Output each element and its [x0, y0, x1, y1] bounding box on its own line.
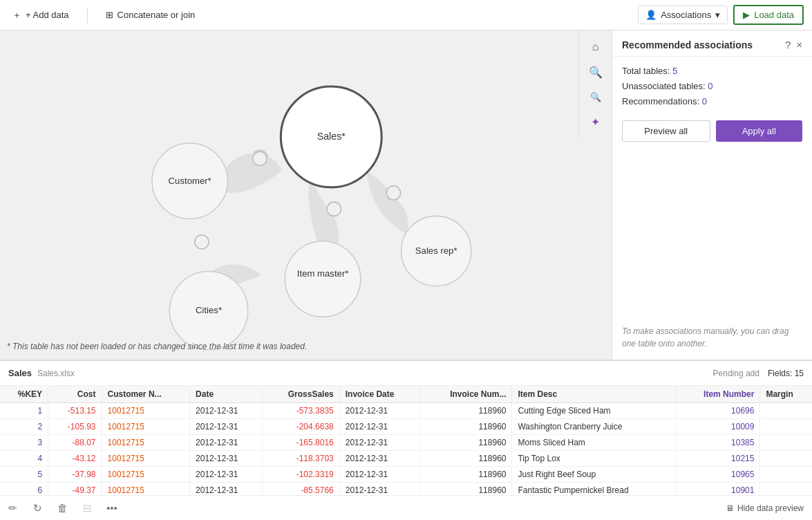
panel-header-icons: ? × [785, 39, 802, 50]
svg-text:Sales*: Sales* [317, 131, 346, 142]
table-cell: -573.3835 [263, 403, 339, 419]
table-cell: 6 [0, 483, 48, 496]
table-cell: 10012715 [102, 419, 190, 435]
panel-close-button[interactable]: × [796, 39, 802, 50]
col-date: Date [190, 386, 263, 403]
add-icon: ＋ [12, 9, 21, 21]
table-cell: 5 [0, 467, 48, 483]
col-key: %KEY [0, 386, 48, 403]
concatenate-label: Concatenate or join [117, 10, 196, 20]
svg-text:Item master*: Item master* [297, 268, 349, 279]
table-cell: 2012-12-31 [339, 451, 421, 467]
recommendations-value: 0 [702, 96, 707, 106]
preview-all-button[interactable]: Preview all [622, 120, 710, 142]
table-cell: -165.8016 [263, 435, 339, 451]
zoom-in-button[interactable]: 🔍 [585, 61, 607, 83]
table-cell [760, 451, 812, 467]
table-row: 5-37.98100127152012-12-31-102.33192012-1… [0, 467, 812, 483]
table-cell: -105.93 [48, 419, 102, 435]
panel-manual-message: To make associations manually, you can d… [612, 149, 812, 360]
table-cell: 2012-12-31 [190, 419, 263, 435]
toolbar-separator [87, 7, 88, 24]
home-button[interactable]: ⌂ [585, 36, 607, 58]
load-data-label: Load data [754, 10, 794, 20]
preview-all-label: Preview all [644, 126, 688, 136]
add-data-button[interactable]: ＋ + Add data [8, 6, 73, 24]
concatenate-button[interactable]: ⊞ Concatenate or join [102, 7, 200, 23]
svg-text:Sales rep*: Sales rep* [415, 245, 457, 256]
table-row: 4-43.12100127152012-12-31-118.37032012-1… [0, 451, 812, 467]
fields-badge: Fields: 15 [768, 369, 804, 378]
table-cell: 10012715 [102, 467, 190, 483]
table-cell: 2012-12-31 [190, 435, 263, 451]
delete-button[interactable]: 🗑 [53, 499, 72, 518]
table-cell [760, 483, 812, 496]
table-cell: 10385 [677, 435, 760, 451]
concatenate-icon: ⊞ [106, 10, 113, 20]
table-cell: 2 [0, 419, 48, 435]
unassociated-row: Unassociated tables: 0 [622, 79, 802, 94]
edit-button[interactable]: ✏ [3, 499, 22, 518]
footnote: * This table has not been loaded or has … [7, 342, 307, 351]
zoom-out-button[interactable]: 🔍 [585, 86, 607, 108]
main-toolbar: ＋ + Add data ⊞ Concatenate or join 👤 Ass… [0, 0, 812, 30]
apply-all-button[interactable]: Apply all [716, 120, 803, 142]
panel-help-button[interactable]: ? [785, 39, 791, 50]
table-cell: 2012-12-31 [339, 467, 421, 483]
svg-point-9 [285, 241, 360, 317]
panel-stats: Total tables: 5 Unassociated tables: 0 R… [612, 57, 812, 116]
table-cell: 3 [0, 435, 48, 451]
col-item-desc: Item Desc [512, 386, 677, 403]
data-preview-header: Sales Sales.xlsx Pending add Fields: 15 [0, 361, 812, 386]
table-cell: 2012-12-31 [339, 403, 421, 419]
table-row: 3-88.07100127152012-12-31-165.80162012-1… [0, 435, 812, 451]
table-cell [760, 403, 812, 419]
total-tables-value: 5 [672, 66, 677, 76]
table-cell: 10696 [677, 403, 760, 419]
table-cell: 118960 [421, 419, 512, 435]
manual-message-text: To make associations manually, you can d… [622, 325, 802, 350]
canvas-toolbar: ⌂ 🔍 🔍 ✦ [578, 30, 612, 138]
table-cell: 118960 [421, 403, 512, 419]
table-cell: 2012-12-31 [339, 435, 421, 451]
add-data-label: + Add data [26, 10, 69, 20]
table-cell: 4 [0, 451, 48, 467]
table-cell: Washington Cranberry Juice [512, 419, 677, 435]
associations-label: Associations [661, 10, 711, 20]
graph-svg: Cities* Customer* Item master* Sales rep… [0, 30, 578, 360]
load-data-button[interactable]: ▶ Load data [733, 5, 804, 25]
table-cell: 10215 [677, 451, 760, 467]
col-grosssales: GrossSales [263, 386, 339, 403]
col-margin: Margin [760, 386, 812, 403]
svg-text:Customer*: Customer* [169, 176, 211, 186]
magic-wand-button[interactable]: ✦ [585, 111, 607, 133]
table-cell: -37.98 [48, 467, 102, 483]
table-cell: -513.15 [48, 403, 102, 419]
table-cell: 2012-12-31 [339, 419, 421, 435]
associations-button[interactable]: 👤 Associations ▾ [638, 6, 728, 24]
table-cell: 118960 [421, 467, 512, 483]
more-button[interactable]: ••• [102, 499, 122, 518]
panel-title: Recommended associations [622, 39, 753, 50]
col-item-number: Item Number [677, 386, 760, 403]
total-tables-row: Total tables: 5 [622, 64, 802, 79]
col-invoice-date: Invoice Date [339, 386, 421, 403]
table-header-row: %KEY Cost Customer N... Date GrossSales … [0, 386, 812, 403]
apply-all-label: Apply all [742, 126, 776, 136]
panel-actions: Preview all Apply all [612, 116, 812, 149]
pending-badge: Pending add [713, 369, 759, 378]
table-cell: Fantastic Pumpernickel Bread [512, 483, 677, 496]
table-cell: Moms Sliced Ham [512, 435, 677, 451]
chevron-down-icon: ▾ [715, 10, 720, 20]
canvas-area: ⌂ 🔍 🔍 ✦ [0, 30, 612, 360]
table-cell: 118960 [421, 483, 512, 496]
table-cell: 10009 [677, 419, 760, 435]
table-cell: 2012-12-31 [190, 403, 263, 419]
svg-point-3 [327, 202, 341, 216]
data-preview-right: Pending add Fields: 15 [713, 369, 804, 378]
table-cell: 2012-12-31 [190, 451, 263, 467]
refresh-button[interactable]: ↻ [28, 499, 47, 518]
table-cell: 2012-12-31 [190, 467, 263, 483]
hide-preview-button[interactable]: 🖥 Hide data preview [720, 501, 809, 516]
table-cell: 2012-12-31 [190, 483, 263, 496]
